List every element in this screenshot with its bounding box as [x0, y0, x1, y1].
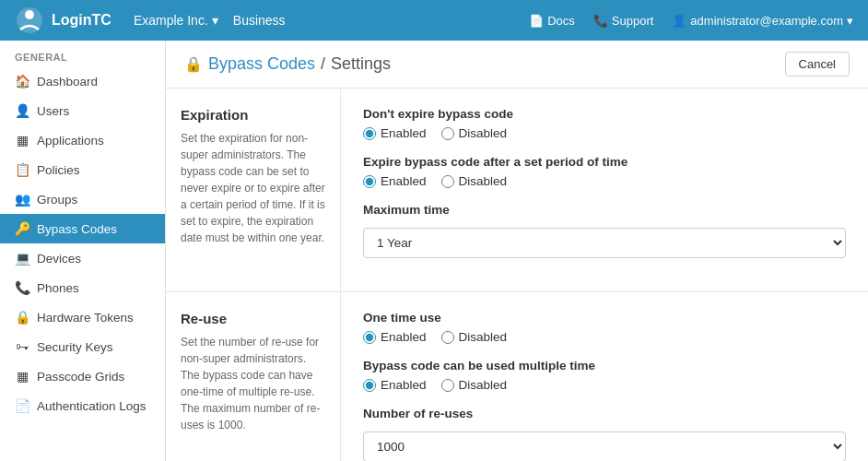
- docs-icon: 📄: [529, 14, 544, 28]
- phones-icon: 📞: [15, 280, 29, 295]
- sidebar-item-applications[interactable]: ▦Applications: [0, 125, 165, 155]
- reuse-description: Set the number of re-use for non-super a…: [181, 334, 325, 433]
- dont-expire-disabled-label[interactable]: Disabled: [441, 126, 508, 140]
- sidebar-item-users[interactable]: 👤Users: [0, 96, 165, 125]
- reuse-title: Re-use: [181, 311, 325, 326]
- cancel-button[interactable]: Cancel: [785, 52, 850, 77]
- sidebar-item-phones[interactable]: 📞Phones: [0, 273, 165, 302]
- multi-use-disabled-radio[interactable]: [441, 379, 454, 392]
- multi-use-enabled-radio[interactable]: [363, 379, 376, 392]
- logo-text: LoginTC: [52, 12, 111, 29]
- multi-use-option: Bypass code can be used multiple time En…: [363, 359, 846, 392]
- auth-logs-icon: 📄: [15, 398, 29, 413]
- reuses-count-select[interactable]: 1000 500 100 10 1: [363, 431, 846, 461]
- user-menu[interactable]: 👤 administrator@example.com ▾: [672, 14, 853, 28]
- expire-period-enabled-radio[interactable]: [363, 175, 376, 188]
- main-content: 🔒 Bypass Codes / Settings Cancel Expirat…: [166, 41, 868, 461]
- dont-expire-radio-group: Enabled Disabled: [363, 126, 846, 140]
- docs-link[interactable]: 📄 Docs: [529, 14, 575, 28]
- org-selector[interactable]: Example Inc. ▾: [134, 13, 218, 28]
- multi-use-enabled-label[interactable]: Enabled: [363, 378, 427, 392]
- max-time-option: Maximum time 1 Year 6 Months 3 Months 1 …: [363, 203, 846, 258]
- expire-period-option: Expire bypass code after a set period of…: [363, 155, 846, 188]
- reuse-section-left: Re-use Set the number of re-use for non-…: [166, 292, 341, 461]
- one-time-enabled-label[interactable]: Enabled: [363, 330, 427, 344]
- support-link[interactable]: 📞 Support: [593, 14, 654, 28]
- breadcrumb-current: Settings: [331, 54, 391, 74]
- sidebar-item-policies[interactable]: 📋Policies: [0, 155, 165, 184]
- support-icon: 📞: [593, 14, 608, 28]
- dont-expire-disabled-radio[interactable]: [441, 127, 454, 140]
- expiration-description: Set the expiration for non-super adminis…: [181, 130, 325, 246]
- sidebar-item-dashboard[interactable]: 🏠Dashboard: [0, 66, 165, 96]
- sidebar-item-passcode-grids[interactable]: ▦Passcode Grids: [0, 361, 165, 391]
- max-time-select[interactable]: 1 Year 6 Months 3 Months 1 Month: [363, 228, 846, 258]
- sidebar-item-devices[interactable]: 💻Devices: [0, 243, 165, 273]
- sidebar-section-label: GENERAL: [0, 41, 165, 66]
- reuse-section: Re-use Set the number of re-use for non-…: [166, 292, 868, 461]
- dont-expire-enabled-radio[interactable]: [363, 127, 376, 140]
- sidebar-item-groups[interactable]: 👥Groups: [0, 184, 165, 214]
- breadcrumb-separator: /: [321, 54, 325, 74]
- breadcrumb: 🔒 Bypass Codes / Settings: [184, 54, 391, 74]
- expire-period-radio-group: Enabled Disabled: [363, 174, 846, 188]
- passcode-grids-icon: ▦: [15, 369, 29, 384]
- dashboard-icon: 🏠: [15, 74, 29, 89]
- one-time-disabled-label[interactable]: Disabled: [441, 330, 508, 344]
- org-name: Example Inc.: [134, 13, 208, 28]
- one-time-use-label: One time use: [363, 311, 846, 325]
- sidebar-item-auth-logs[interactable]: 📄Authentication Logs: [0, 391, 165, 420]
- expire-period-enabled-label[interactable]: Enabled: [363, 174, 427, 188]
- logo: LoginTC: [15, 6, 111, 35]
- chevron-down-icon: ▾: [847, 14, 853, 28]
- applications-icon: ▦: [15, 133, 29, 148]
- header: LoginTC Example Inc. ▾ Business 📄 Docs 📞…: [0, 0, 868, 41]
- lock-icon: 🔒: [184, 55, 203, 73]
- expire-period-label: Expire bypass code after a set period of…: [363, 155, 846, 169]
- sidebar-item-bypass-codes[interactable]: 🔑Bypass Codes: [0, 214, 165, 243]
- multi-use-radio-group: Enabled Disabled: [363, 378, 846, 392]
- multi-use-label: Bypass code can be used multiple time: [363, 359, 846, 372]
- groups-icon: 👥: [15, 192, 29, 207]
- one-time-disabled-radio[interactable]: [441, 331, 454, 344]
- reuses-count-label: Number of re-uses: [363, 407, 846, 420]
- app-name: Business: [233, 13, 286, 28]
- expiration-section: Expiration Set the expiration for non-su…: [166, 89, 868, 292]
- devices-icon: 💻: [15, 251, 29, 266]
- hardware-tokens-icon: 🔒: [15, 310, 29, 325]
- dont-expire-enabled-label[interactable]: Enabled: [363, 126, 427, 140]
- dont-expire-option: Don't expire bypass code Enabled Disable…: [363, 107, 846, 140]
- users-icon: 👤: [15, 103, 29, 118]
- sidebar-item-hardware-tokens[interactable]: 🔒Hardware Tokens: [0, 302, 165, 332]
- dont-expire-label: Don't expire bypass code: [363, 107, 846, 121]
- one-time-enabled-radio[interactable]: [363, 331, 376, 344]
- header-right: 📄 Docs 📞 Support 👤 administrator@example…: [529, 14, 853, 28]
- multi-use-disabled-label[interactable]: Disabled: [441, 378, 508, 392]
- one-time-use-option: One time use Enabled Disabled: [363, 311, 846, 344]
- page-header: 🔒 Bypass Codes / Settings Cancel: [166, 41, 868, 89]
- max-time-label: Maximum time: [363, 203, 846, 217]
- user-icon: 👤: [672, 14, 686, 28]
- chevron-down-icon: ▾: [212, 13, 218, 28]
- svg-point-1: [25, 10, 34, 19]
- security-keys-icon: 🗝: [15, 339, 29, 354]
- bypass-codes-icon: 🔑: [15, 221, 29, 236]
- expiration-section-right: Don't expire bypass code Enabled Disable…: [341, 89, 868, 291]
- expiration-title: Expiration: [181, 107, 325, 123]
- expiration-section-left: Expiration Set the expiration for non-su…: [166, 89, 341, 291]
- expire-period-disabled-radio[interactable]: [441, 175, 454, 188]
- expire-period-disabled-label[interactable]: Disabled: [441, 174, 508, 188]
- one-time-use-radio-group: Enabled Disabled: [363, 330, 846, 344]
- reuse-section-right: One time use Enabled Disabled B: [341, 292, 868, 461]
- sidebar-item-security-keys[interactable]: 🗝Security Keys: [0, 332, 165, 361]
- breadcrumb-bypass-codes[interactable]: Bypass Codes: [208, 54, 315, 74]
- reuses-count-option: Number of re-uses 1000 500 100 10 1: [363, 407, 846, 461]
- sidebar: GENERAL 🏠Dashboard👤Users▦Applications📋Po…: [0, 41, 166, 461]
- policies-icon: 📋: [15, 162, 29, 177]
